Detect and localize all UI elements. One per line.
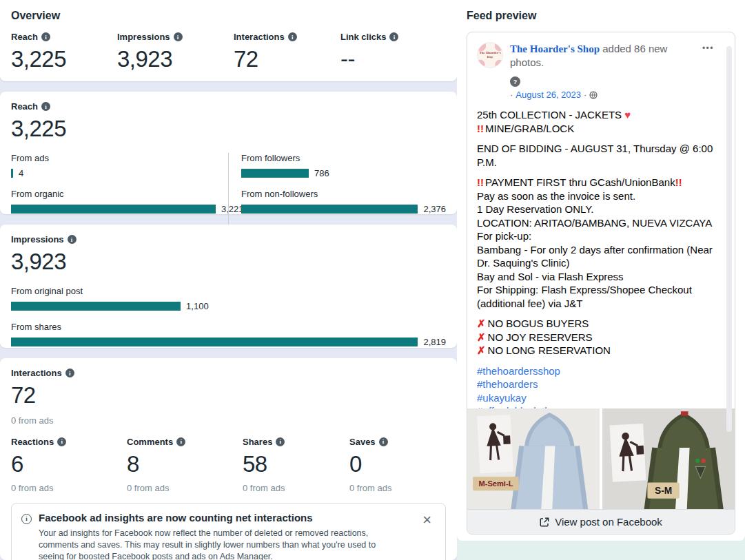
- svg-text:M-Semi-L: M-Semi-L: [478, 479, 513, 488]
- bar: [11, 205, 216, 214]
- post-text: NO JOY RESERVERS: [488, 331, 593, 343]
- post-text: NO LONG RESERVATION: [488, 344, 611, 356]
- metric-reach: Reachi 3,225: [11, 32, 117, 72]
- metric-label: Reach: [11, 32, 38, 42]
- info-icon[interactable]: i: [276, 437, 285, 446]
- info-icon[interactable]: i: [41, 102, 50, 111]
- info-icon[interactable]: i: [389, 32, 398, 41]
- post-date-link[interactable]: August 26, 2023: [516, 90, 581, 100]
- bar-from-ads: From ads 4: [11, 153, 216, 178]
- hashtag-link[interactable]: #thehoarders: [477, 377, 717, 391]
- view-post-on-facebook-button[interactable]: View post on Facebook: [467, 509, 735, 534]
- ad-insights-notice-banner: i Facebook ad insights are now counting …: [11, 503, 446, 560]
- date-separator: ·: [584, 90, 586, 100]
- photo-jacket-blue[interactable]: M-Semi-L: [467, 408, 600, 509]
- post-text: MINE/GRAB/LOCK: [485, 123, 574, 134]
- metric-from-ads: 0 from ads: [11, 483, 127, 493]
- metric-label: Interactions: [234, 32, 285, 42]
- metric-label: Reactions: [11, 437, 54, 447]
- info-icon[interactable]: i: [57, 437, 66, 446]
- post-text: 1 Day Reservation ONLY.: [477, 203, 594, 215]
- heart-icon: ♥: [624, 109, 631, 121]
- post-text-line: Bay and Sol - via Flash Express: [477, 270, 717, 284]
- globe-privacy-icon: [589, 91, 598, 99]
- post-text-line: !!MINE/GRAB/LOCK: [477, 122, 717, 136]
- metric-value: 58: [243, 451, 349, 477]
- metric-comments: Commentsi 8 0 from ads: [127, 437, 243, 493]
- metric-saves: Savesi 0 0 from ads: [349, 437, 446, 493]
- bar: [11, 169, 13, 178]
- bar: [11, 302, 181, 311]
- feed-preview-panel: Feed preview The Hoarder's Day The Hoard…: [457, 0, 745, 541]
- post-body: 25th COLLECTION - JACKETS ♥!!MINE/GRAB/L…: [477, 108, 717, 357]
- date-separator: ·: [510, 90, 513, 100]
- info-icon[interactable]: i: [174, 32, 183, 41]
- info-icon[interactable]: i: [288, 32, 297, 41]
- metric-interactions: Interactionsi 72: [234, 32, 340, 72]
- metric-value: 0: [349, 451, 446, 477]
- metric-value: 3,923: [117, 46, 234, 72]
- bar-from-original-post: From original post 1,100: [11, 286, 446, 311]
- metric-label: Saves: [349, 437, 376, 447]
- page-avatar[interactable]: The Hoarder's Day: [477, 42, 503, 68]
- metric-value: 8: [127, 451, 243, 477]
- post-text: Bambang - For only 2 days after confirma…: [477, 244, 713, 269]
- info-icon[interactable]: i: [379, 437, 388, 446]
- info-icon[interactable]: i: [41, 32, 50, 41]
- post-text: Bay and Sol - via Flash Express: [477, 271, 624, 282]
- metric-value: --: [340, 46, 446, 72]
- hashtag-link[interactable]: #thehoardersshop: [477, 364, 717, 378]
- cross-icon: ✗: [477, 331, 486, 343]
- metric-value: 6: [11, 451, 127, 477]
- metric-from-ads: 0 from ads: [349, 483, 446, 493]
- post-text-line: Pay as soon as the invoice is sent.: [477, 189, 717, 203]
- post-text-line: END OF BIDDING - AUGUST 31, Thursday @ 6…: [477, 142, 717, 169]
- interactions-card-title: Interactions: [11, 368, 62, 378]
- hashtag-link[interactable]: #ukayukay: [477, 391, 717, 405]
- impressions-card-title: Impressions: [11, 234, 64, 245]
- bar-from-organic: From organic 3,221: [11, 189, 216, 214]
- post-text: PAYMENT FIRST thru GCash/UnionBank: [485, 176, 675, 188]
- info-outline-icon: i: [21, 514, 32, 524]
- bang-icon: !!: [675, 176, 682, 188]
- bar: [11, 338, 418, 346]
- bar-from-followers: From followers 786: [241, 153, 446, 178]
- page-name-link[interactable]: The Hoarder's Shop: [510, 43, 600, 54]
- interactions-breakdown: Reactionsi 6 0 from ads Commentsi 8 0 fr…: [11, 437, 446, 493]
- post-text: END OF BIDDING - AUGUST 31, Thursday @ 6…: [477, 143, 713, 168]
- post-text-line: ✗NO LONG RESERVATION: [477, 344, 717, 357]
- bar: [241, 205, 418, 214]
- info-icon[interactable]: i: [65, 369, 74, 377]
- post-text-line: LOCATION: ARITAO/BAMBANG, NUEVA VIZCAYA: [477, 216, 717, 230]
- photo-jacket-olive[interactable]: S-M: [602, 408, 735, 509]
- post-text: 25th COLLECTION - JACKETS: [477, 109, 624, 121]
- post-text-line: ✗NO BOGUS BUYERS: [477, 317, 717, 331]
- info-icon[interactable]: i: [176, 437, 185, 446]
- bar: [241, 169, 309, 178]
- post-text: LOCATION: ARITAO/BAMBANG, NUEVA VIZCAYA: [477, 217, 712, 229]
- overview-metrics: Reachi 3,225 Impressionsi 3,923 Interact…: [11, 32, 446, 72]
- metric-shares: Sharesi 58 0 from ads: [243, 437, 349, 493]
- feed-preview-column: Feed preview The Hoarder's Day The Hoard…: [457, 0, 745, 560]
- post-text-line: ✗NO JOY RESERVERS: [477, 331, 717, 344]
- overview-card: Overview Reachi 3,225 Impressionsi 3,923…: [0, 0, 457, 81]
- info-icon[interactable]: i: [68, 235, 76, 244]
- bang-icon: !!: [477, 176, 484, 188]
- metric-reactions: Reactionsi 6 0 from ads: [11, 437, 127, 493]
- cross-icon: ✗: [477, 344, 486, 356]
- interactions-from-ads: 0 from ads: [11, 415, 446, 426]
- close-icon[interactable]: ×: [418, 512, 436, 528]
- post-scrollbar[interactable]: [726, 46, 732, 432]
- metric-impressions: Impressionsi 3,923: [117, 32, 234, 72]
- interactions-total: 72: [11, 382, 446, 408]
- impressions-total: 3,923: [11, 249, 446, 275]
- reach-card-title: Reach: [11, 101, 38, 112]
- post-options-icon[interactable]: •••: [700, 42, 717, 100]
- metrics-column: Overview Reachi 3,225 Impressionsi 3,923…: [0, 0, 457, 560]
- post-hashtags: #thehoardersshop#thehoarders#ukayukay#af…: [477, 364, 717, 409]
- post-photos: M-Semi-L: [467, 408, 735, 509]
- feed-preview-title: Feed preview: [467, 10, 735, 22]
- svg-text:S-M: S-M: [655, 486, 672, 496]
- post-header: The Hoarder's Day The Hoarder's Shop add…: [477, 42, 717, 100]
- insights-page: Overview Reachi 3,225 Impressionsi 3,923…: [0, 0, 745, 560]
